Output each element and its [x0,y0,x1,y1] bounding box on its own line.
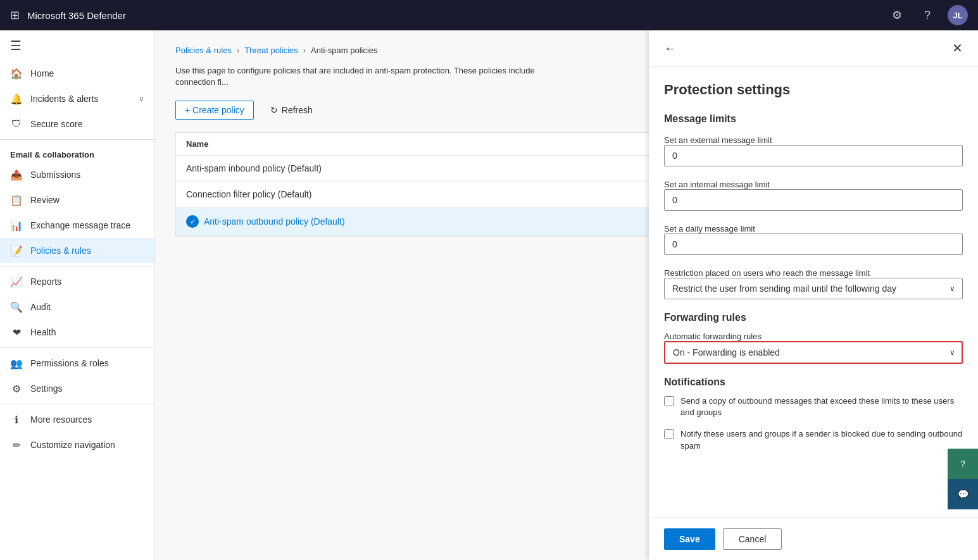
permissions-icon: 👥 [10,357,23,370]
sidebar-item-settings[interactable]: ⚙ Settings [0,376,154,401]
app-body: ☰ 🏠 Home 🔔 Incidents & alerts ∨ 🛡 Secure… [0,30,978,560]
refresh-icon: ↻ [270,105,278,115]
panel-title: Protection settings [664,82,963,98]
settings-icon[interactable]: ⚙ [887,5,907,25]
policies-icon: 📝 [10,244,23,257]
side-panel: ← ✕ Protection settings Message limits S… [649,30,978,560]
divider-1 [0,139,154,140]
internal-limit-input[interactable] [664,189,963,211]
breadcrumb-current: Anti-spam policies [311,46,378,55]
sidebar-item-label: Health [30,327,56,337]
avatar[interactable]: JL [948,5,968,25]
breadcrumb-sep-1: › [237,46,239,55]
sidebar-item-label: Submissions [30,170,80,180]
checkbox-group-2: Notify these users and groups if a sende… [664,428,963,451]
float-chat-button[interactable]: 💬 [948,479,978,509]
notifications-section: Notifications [664,376,963,388]
panel-close-button[interactable]: ✕ [952,40,963,56]
internal-limit-label: Set an internal message limit [664,180,770,189]
restriction-select[interactable]: Restrict the user from sending mail unti… [664,278,963,299]
app-title: Microsoft 365 Defender [27,10,879,21]
panel-back-button[interactable]: ← [664,41,677,56]
sidebar-item-review[interactable]: 📋 Review [0,187,154,213]
auto-forwarding-select-wrapper: On - Forwarding is enabled Off - Forward… [664,341,963,364]
sidebar-item-label: Incidents & alerts [30,94,98,104]
hamburger-icon[interactable]: ☰ [0,30,154,61]
divider-2 [0,266,154,266]
sidebar-item-submissions[interactable]: 📤 Submissions [0,162,154,187]
refresh-label: Refresh [282,105,313,115]
sidebar-item-label: Customize navigation [30,440,115,450]
sidebar-item-permissions[interactable]: 👥 Permissions & roles [0,351,154,376]
panel-footer: Save Cancel [649,518,978,560]
breadcrumb-threat-policies[interactable]: Threat policies [244,46,298,55]
checkbox-group-1: Send a copy of outbound messages that ex… [664,395,963,418]
sidebar-item-label: Audit [30,302,51,312]
auto-forwarding-select[interactable]: On - Forwarding is enabled Off - Forward… [664,341,963,364]
sidebar-item-secure-score[interactable]: 🛡 Secure score [0,111,154,137]
forwarding-section: Forwarding rules [664,312,963,323]
incidents-icon: 🔔 [10,92,23,105]
selected-check-icon: ✓ [186,215,199,228]
sidebar-item-label: Exchange message trace [30,220,130,230]
send-copy-checkbox[interactable] [664,396,674,406]
home-icon: 🏠 [10,67,23,80]
sidebar-item-more-resources[interactable]: ℹ More resources [0,407,154,432]
sidebar-item-audit[interactable]: 🔍 Audit [0,294,154,320]
sidebar-item-home[interactable]: 🏠 Home [0,61,154,86]
health-icon: ❤ [10,326,23,339]
chevron-down-icon: ∨ [139,94,144,103]
create-policy-button[interactable]: + Create policy [175,101,254,120]
send-copy-label: Send a copy of outbound messages that ex… [680,395,963,418]
sidebar-item-reports[interactable]: 📈 Reports [0,269,154,294]
more-resources-icon: ℹ [10,413,23,426]
sidebar-item-label: Secure score [30,119,82,129]
review-icon: 📋 [10,194,23,206]
sidebar-item-exchange[interactable]: 📊 Exchange message trace [0,213,154,238]
topbar-actions: ⚙ ? JL [887,5,968,25]
sidebar: ☰ 🏠 Home 🔔 Incidents & alerts ∨ 🛡 Secure… [0,30,155,560]
sidebar-item-customize[interactable]: ✏ Customize navigation [0,432,154,457]
daily-limit-field: Set a daily message limit [664,223,963,255]
restriction-field: Restriction placed on users who reach th… [664,268,963,299]
auto-forwarding-field: Automatic forwarding rules On - Forwardi… [664,331,963,364]
sidebar-item-label: Policies & rules [30,246,91,256]
save-button[interactable]: Save [664,528,715,550]
reports-icon: 📈 [10,275,23,288]
panel-header: ← ✕ [649,30,978,66]
audit-icon: 🔍 [10,301,23,313]
sidebar-item-label: Home [30,68,54,78]
refresh-button[interactable]: ↻ Refresh [261,101,322,119]
section-email-label: Email & collaboration [0,142,154,162]
exchange-icon: 📊 [10,219,23,232]
sidebar-item-label: Reports [30,277,61,287]
daily-limit-label: Set a daily message limit [664,224,755,233]
customize-icon: ✏ [10,439,23,451]
breadcrumb-policies-rules[interactable]: Policies & rules [175,46,232,55]
notify-users-checkbox[interactable] [664,429,674,439]
external-limit-label: Set an external message limit [664,135,772,145]
help-icon[interactable]: ? [917,5,937,25]
sidebar-item-policies[interactable]: 📝 Policies & rules [0,238,154,263]
sidebar-item-incidents[interactable]: 🔔 Incidents & alerts ∨ [0,86,154,111]
page-description: Use this page to configure policies that… [175,65,555,88]
submissions-icon: 📤 [10,168,23,181]
cancel-button[interactable]: Cancel [723,528,782,550]
notify-users-label: Notify these users and groups if a sende… [680,428,963,451]
sidebar-item-label: Permissions & roles [30,358,109,368]
grid-icon[interactable]: ⊞ [10,8,20,22]
float-question-button[interactable]: ? [948,449,978,479]
divider-4 [0,404,154,404]
external-limit-field: Set an external message limit [664,135,963,166]
main-content: Policies & rules › Threat policies › Ant… [155,30,978,560]
daily-limit-input[interactable] [664,233,963,255]
message-limits-section: Message limits [664,113,963,125]
breadcrumb-sep-2: › [303,46,306,55]
sidebar-item-label: More resources [30,414,92,425]
shield-icon: 🛡 [10,118,23,130]
settings-nav-icon: ⚙ [10,382,23,395]
sidebar-item-health[interactable]: ❤ Health [0,320,154,345]
sidebar-item-label: Review [30,195,60,205]
topbar: ⊞ Microsoft 365 Defender ⚙ ? JL [0,0,978,30]
external-limit-input[interactable] [664,145,963,166]
